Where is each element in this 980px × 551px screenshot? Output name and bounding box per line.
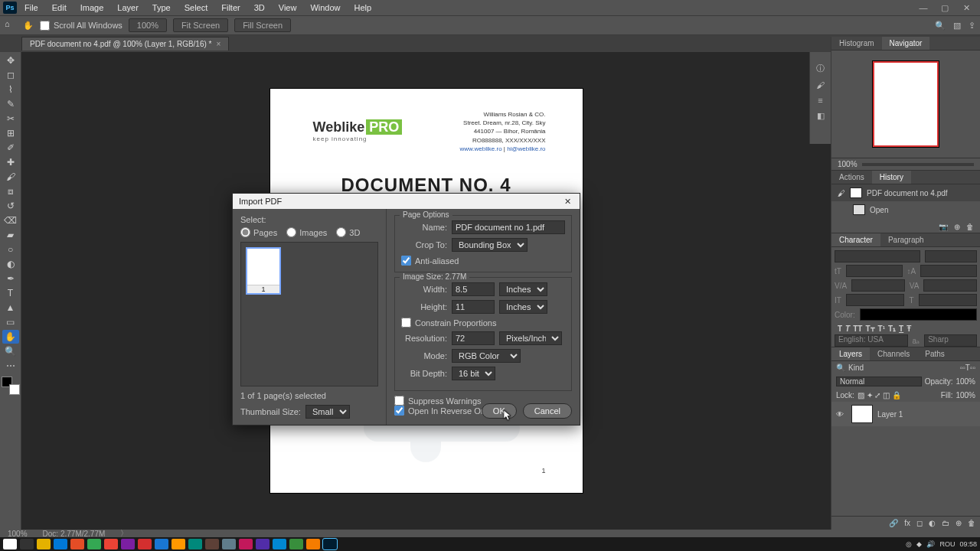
bit-depth-select[interactable]: 16 bit [452,367,495,380]
modal-overlay: Import PDF ✕ Select: Pages Images 3D 1 [0,0,980,551]
cancel-button[interactable]: Cancel [523,403,572,419]
anti-aliased-checkbox[interactable]: Anti-aliased [401,256,565,266]
image-size-group: Image Size: 2.77M Width: Inches Height: … [394,277,572,391]
thumbnail-size-label: Thumbnail Size: [240,407,301,416]
resolution-unit-select[interactable]: Pixels/Inch [499,331,562,345]
height-field[interactable] [452,300,495,314]
width-unit-select[interactable]: Inches [499,282,547,296]
ok-button[interactable]: OK [482,403,517,419]
import-pdf-dialog: Import PDF ✕ Select: Pages Images 3D 1 [232,193,580,425]
page-thumbnail-1[interactable]: 1 [246,247,281,295]
dialog-title: Import PDF [239,197,282,206]
thumbnail-size-select[interactable]: Small [305,405,350,419]
radio-images[interactable]: Images [286,227,327,237]
page-thumbnails[interactable]: 1 [240,242,378,386]
select-label: Select: [240,215,378,224]
radio-pages[interactable]: Pages [240,227,277,237]
selection-info: 1 of 1 page(s) selected [240,391,378,400]
width-field[interactable] [452,282,495,296]
page-options-group: Page Options Name: Crop To: Bounding Box… [394,215,572,272]
name-field[interactable] [452,220,565,234]
constrain-checkbox[interactable]: Constrain Proportions [401,318,565,328]
mode-select[interactable]: RGB Color [452,349,521,363]
dialog-titlebar[interactable]: Import PDF ✕ [233,194,580,209]
radio-3d[interactable]: 3D [336,227,360,237]
dialog-close-button[interactable]: ✕ [561,197,573,207]
crop-to-select[interactable]: Bounding Box [452,238,528,252]
resolution-field[interactable] [452,331,495,345]
height-unit-select[interactable]: Inches [499,300,547,314]
